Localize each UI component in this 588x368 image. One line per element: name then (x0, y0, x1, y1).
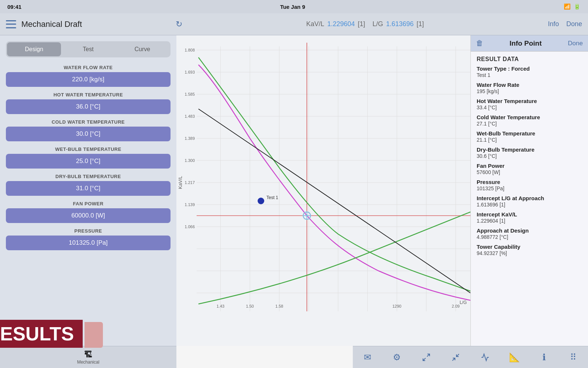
svg-text:1.808: 1.808 (184, 48, 195, 52)
result-row-value-11: 94.92327 [%] (477, 250, 582, 256)
field-value-0[interactable]: 220.0 [kg/s] (6, 72, 171, 87)
svg-line-48 (452, 358, 455, 361)
kav-unit: [1] (358, 20, 365, 28)
compress-icon[interactable] (448, 349, 464, 365)
result-row-2: Hot Water Temperature33.4 [°C] (477, 98, 582, 110)
tab-design[interactable]: Design (7, 42, 61, 56)
svg-text:1.217: 1.217 (184, 180, 195, 185)
status-bar: 09:41 Tue Jan 9 📶 🔋 (0, 0, 588, 13)
field-value-2[interactable]: 30.0 [°C] (6, 127, 171, 141)
svg-text:1.389: 1.389 (184, 136, 195, 141)
result-row-value-9: 1.229604 [1] (477, 218, 582, 224)
chart-area[interactable]: KaV/L = 2.0988*(L/G)^-0.895 Demand Curve… (176, 35, 588, 368)
field-value-4[interactable]: 31.0 [°C] (6, 181, 171, 196)
field-label-3: WET-BULB TEMPERATURE (6, 146, 171, 152)
result-row-11: Tower Capability94.92327 [%] (477, 244, 582, 256)
result-row-value-8: 1.613696 [1] (477, 202, 582, 208)
lg-metric: L/G 1.613696 [1] (372, 20, 424, 28)
result-row-10: Approach at Design4.988772 [°C] (477, 227, 582, 240)
mechanical-nav[interactable]: 🏗 Mechanical (77, 350, 100, 365)
result-row-label-2: Hot Water Temperature (477, 98, 582, 104)
status-icons: 📶 🔋 (564, 3, 581, 10)
result-row-label-1: Water Flow Rate (477, 82, 582, 88)
svg-text:1.066: 1.066 (184, 224, 195, 229)
result-row-label-11: Tower Capability (477, 244, 582, 250)
field-label-1: HOT WATER TEMPERATURE (6, 92, 171, 98)
svg-text:1.43: 1.43 (216, 304, 224, 308)
tab-curve[interactable]: Curve (115, 42, 169, 56)
svg-text:L/G: L/G (460, 300, 467, 305)
result-row-label-0: Tower Type : Forced (477, 66, 582, 72)
result-row-0: Tower Type : ForcedTest 1 (477, 66, 582, 78)
battery-icon: 🔋 (574, 3, 581, 10)
field-value-3[interactable]: 25.0 [°C] (6, 154, 171, 169)
svg-text:1.58: 1.58 (275, 304, 283, 308)
header-metrics: KaV/L 1.229604 [1] L/G 1.613696 [1] (182, 20, 548, 28)
result-rows-container: Tower Type : ForcedTest 1Water Flow Rate… (477, 66, 582, 256)
field-group-1: HOT WATER TEMPERATURE36.0 [°C] (6, 92, 171, 114)
refresh-icon[interactable]: ↻ (176, 20, 182, 29)
app-title: Mechanical Draft (21, 20, 82, 29)
kav-metric: KaV/L 1.229604 [1] (306, 20, 365, 28)
field-group-4: DRY-BULB TEMPERATURE31.0 [°C] (6, 174, 171, 196)
email-icon[interactable]: ✉ (359, 349, 376, 365)
field-label-5: FAN POWER (6, 201, 171, 206)
result-row-label-9: Intercept KaV/L (477, 211, 582, 217)
result-row-label-7: Pressure (477, 179, 582, 185)
info-icon[interactable]: ℹ (536, 349, 552, 365)
result-row-5: Dry-Bulb Temperature30.6 [°C] (477, 146, 582, 159)
result-row-8: Intercept L/G at Approach1.613696 [1] (477, 195, 582, 208)
result-row-value-3: 27.1 [°C] (477, 121, 582, 127)
field-value-1[interactable]: 36.0 [°C] (6, 99, 171, 114)
results-text: ESULTS (0, 320, 83, 348)
result-row-1: Water Flow Rate195 [kg/s] (477, 82, 582, 94)
expand-icon[interactable] (418, 349, 434, 365)
grid-icon[interactable]: ⠿ (565, 349, 581, 365)
field-value-5[interactable]: 60000.0 [W] (6, 208, 171, 223)
result-row-3: Cold Water Temperature27.1 [°C] (477, 114, 582, 127)
result-row-7: Pressure101325 [Pa] (477, 179, 582, 191)
svg-point-24 (258, 198, 264, 204)
info-panel: 🗑 Info Point Done RESULT DATA Tower Type… (470, 35, 588, 346)
header-right: Info Done (548, 20, 582, 28)
svg-text:1.50: 1.50 (246, 304, 254, 308)
info-done-button[interactable]: Done (568, 40, 583, 47)
main-content: Design Test Curve WATER FLOW RATE220.0 [… (0, 35, 588, 368)
tab-group: Design Test Curve (6, 41, 171, 57)
svg-line-49 (456, 354, 459, 357)
svg-line-47 (423, 358, 426, 361)
results-button[interactable] (85, 322, 103, 348)
svg-line-46 (427, 354, 430, 357)
settings-icon[interactable]: ⚙ (389, 349, 405, 365)
result-row-value-7: 101325 [Pa] (477, 185, 582, 191)
field-group-0: WATER FLOW RATE220.0 [kg/s] (6, 65, 171, 87)
chart-icon[interactable] (477, 349, 493, 365)
result-data-section: RESULT DATA Tower Type : ForcedTest 1Wat… (471, 52, 588, 264)
result-row-9: Intercept KaV/L1.229604 [1] (477, 211, 582, 224)
result-row-6: Fan Power57600 [W] (477, 163, 582, 175)
kav-label: KaV/L (306, 20, 324, 28)
tab-test[interactable]: Test (61, 42, 115, 56)
svg-text:1.693: 1.693 (184, 70, 195, 74)
svg-text:1.300: 1.300 (184, 158, 195, 163)
result-row-value-2: 33.4 [°C] (477, 105, 582, 110)
measure-icon[interactable]: 📐 (506, 349, 523, 365)
svg-text:KaV/L: KaV/L (178, 176, 183, 189)
trash-icon[interactable]: 🗑 (476, 39, 483, 47)
field-value-6[interactable]: 101325.0 [Pa] (6, 236, 171, 250)
result-row-value-5: 30.6 [°C] (477, 153, 582, 159)
lg-value: 1.613696 (386, 20, 414, 28)
header-left: Mechanical Draft ↻ (6, 20, 182, 29)
header-bar: Mechanical Draft ↻ KaV/L 1.229604 [1] L/… (0, 13, 588, 35)
status-time: 09:41 (7, 4, 21, 10)
result-row-value-0: Test 1 (477, 72, 582, 78)
wifi-icon: 📶 (564, 3, 571, 10)
info-panel-header: 🗑 Info Point Done (471, 35, 588, 52)
field-label-0: WATER FLOW RATE (6, 65, 171, 70)
menu-icon[interactable] (6, 20, 16, 28)
svg-text:2.09: 2.09 (452, 304, 459, 308)
mechanical-label: Mechanical (77, 360, 100, 365)
info-button[interactable]: Info (548, 20, 559, 28)
lg-label: L/G (372, 20, 383, 28)
done-button[interactable]: Done (566, 20, 582, 28)
